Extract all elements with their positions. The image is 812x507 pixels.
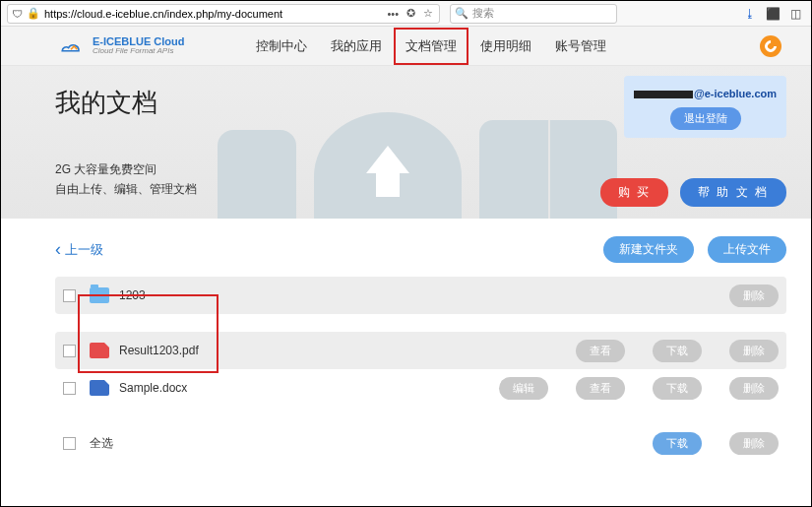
nav-my-apps[interactable]: 我的应用	[319, 28, 394, 65]
new-folder-button[interactable]: 新建文件夹	[603, 236, 694, 263]
search-placeholder: 搜索	[472, 6, 494, 21]
up-one-level-link[interactable]: 上一级	[55, 239, 103, 260]
file-row: 1203 删除	[55, 277, 786, 314]
help-doc-button[interactable]: 帮 助 文 档	[680, 178, 786, 207]
user-email-box: @e-iceblue.com 退出登陆	[624, 76, 786, 138]
select-all-label: 全选	[90, 435, 113, 452]
delete-button[interactable]: 删除	[729, 340, 779, 362]
upload-cloud-icon	[314, 112, 462, 219]
download-icon[interactable]: ⭳	[744, 7, 756, 21]
cloud-logo-icon	[55, 36, 87, 56]
more-icon[interactable]: •••	[387, 8, 399, 20]
nav-account[interactable]: 账号管理	[543, 28, 618, 65]
pdf-file-icon	[90, 343, 109, 358]
file-name[interactable]: 1203	[119, 288, 146, 302]
row-checkbox[interactable]	[63, 289, 76, 302]
brand-subtitle: Cloud File Format APIs	[93, 47, 185, 55]
view-button[interactable]: 查看	[576, 377, 625, 400]
nav-usage[interactable]: 使用明细	[468, 28, 543, 65]
reader-icon[interactable]: ✪	[406, 7, 415, 20]
logout-button[interactable]: 退出登陆	[670, 107, 741, 130]
file-name[interactable]: Result1203.pdf	[119, 344, 199, 357]
view-button[interactable]: 查看	[576, 340, 625, 362]
bookmark-icon[interactable]: ☆	[423, 7, 433, 20]
lock-icon: 🔒	[27, 7, 40, 20]
select-all-checkbox[interactable]	[63, 437, 76, 450]
file-name[interactable]: Sample.docx	[119, 381, 187, 395]
file-list-section: 上一级 新建文件夹 上传文件 1203 删除 Result1203.pdf 查看…	[1, 219, 811, 472]
row-checkbox[interactable]	[63, 345, 76, 357]
download-button[interactable]: 下载	[653, 377, 702, 400]
bulk-download-button[interactable]: 下载	[653, 432, 702, 455]
docx-file-icon	[90, 380, 109, 396]
email-redacted	[634, 91, 693, 98]
row-checkbox[interactable]	[63, 382, 76, 395]
sidebar-icon[interactable]: ◫	[790, 7, 801, 21]
buy-button[interactable]: 购 买	[600, 178, 668, 207]
email-suffix: @e-iceblue.com	[694, 88, 777, 99]
shield-icon: 🛡	[12, 8, 23, 20]
file-cloud-icon	[218, 130, 296, 219]
file-row: Sample.docx 编辑 查看 下载 删除	[55, 369, 786, 407]
browser-search-box[interactable]: 🔍 搜索	[450, 4, 617, 24]
search-icon: 🔍	[455, 7, 468, 20]
edit-button[interactable]: 编辑	[499, 377, 548, 400]
file-row: Result1203.pdf 查看 下载 删除	[55, 332, 786, 369]
download-button[interactable]: 下载	[653, 340, 702, 362]
nav-control-center[interactable]: 控制中心	[244, 28, 319, 65]
url-text: https://cloud.e-iceblue.cn/index.php/my-…	[44, 8, 282, 20]
brand-logo[interactable]: E-ICEBLUE Cloud Cloud File Format APIs	[55, 36, 185, 56]
avatar[interactable]	[760, 35, 781, 57]
library-icon[interactable]: ⬛	[766, 7, 781, 21]
delete-button[interactable]: 删除	[729, 377, 779, 400]
url-box[interactable]: 🛡 🔒 https://cloud.e-iceblue.cn/index.php…	[7, 4, 440, 24]
bulk-delete-button[interactable]: 删除	[729, 432, 779, 455]
select-all-row: 全选 下载 删除	[55, 424, 786, 462]
browser-address-bar: 🛡 🔒 https://cloud.e-iceblue.cn/index.php…	[1, 1, 811, 27]
folder-icon	[90, 287, 109, 303]
folder-cloud-icon	[479, 120, 617, 219]
delete-button[interactable]: 删除	[729, 285, 779, 307]
top-nav: E-ICEBLUE Cloud Cloud File Format APIs 控…	[1, 27, 811, 66]
banner: 我的文档 2G 大容量免费空间 自由上传、编辑、管理文档 @e-iceblue.…	[1, 66, 811, 219]
nav-doc-manage[interactable]: 文档管理	[394, 28, 468, 65]
upload-file-button[interactable]: 上传文件	[708, 236, 786, 263]
banner-illustration	[218, 112, 617, 219]
